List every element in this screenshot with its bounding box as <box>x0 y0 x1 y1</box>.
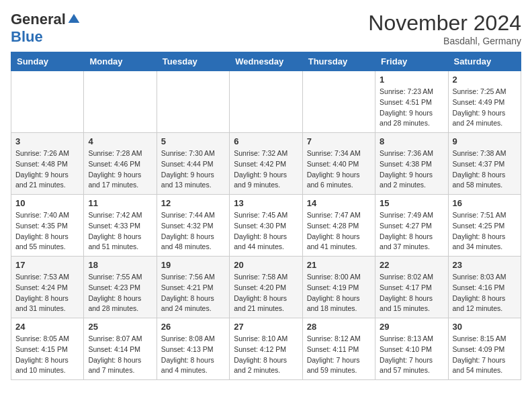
day-info-line: Daylight: 7 hours and 57 minutes. <box>380 355 443 377</box>
day-number: 17 <box>15 260 79 270</box>
day-info-line: Sunset: 4:20 PM <box>234 283 298 293</box>
day-info-line: Sunrise: 7:55 AM <box>88 272 152 283</box>
day-info-line: Daylight: 9 hours and 28 minutes. <box>380 108 443 130</box>
day-cell-4-1: 25Sunrise: 8:07 AMSunset: 4:14 PMDayligh… <box>84 318 157 380</box>
day-info-line: Sunset: 4:24 PM <box>15 283 79 293</box>
day-info-line: Sunrise: 8:07 AM <box>88 334 152 345</box>
day-number: 2 <box>453 75 517 85</box>
col-thursday: Thursday <box>302 52 375 71</box>
day-cell-3-3: 20Sunrise: 7:58 AMSunset: 4:20 PMDayligh… <box>230 257 302 318</box>
day-info-line: Daylight: 8 hours and 48 minutes. <box>161 232 225 253</box>
day-info-line: Daylight: 8 hours and 15 minutes. <box>380 293 443 315</box>
day-info-line: Daylight: 8 hours and 28 minutes. <box>88 293 152 315</box>
day-number: 25 <box>88 322 152 332</box>
day-info-line: Sunrise: 8:02 AM <box>380 272 443 283</box>
day-number: 15 <box>380 198 443 208</box>
week-row-5: 24Sunrise: 8:05 AMSunset: 4:15 PMDayligh… <box>11 318 521 380</box>
day-info-line: Sunset: 4:10 PM <box>380 345 443 355</box>
location: Basdahl, Germany <box>368 36 521 46</box>
day-info-line: Daylight: 8 hours and 2 minutes. <box>234 355 298 377</box>
day-info-line: Sunset: 4:13 PM <box>161 345 225 355</box>
day-number: 22 <box>380 260 443 270</box>
day-info-line: Daylight: 9 hours and 21 minutes. <box>15 170 79 191</box>
day-info-line: Daylight: 9 hours and 24 minutes. <box>453 108 517 130</box>
week-row-1: 1Sunrise: 7:23 AMSunset: 4:51 PMDaylight… <box>11 71 521 133</box>
day-cell-0-0 <box>11 71 84 133</box>
day-info-line: Sunset: 4:38 PM <box>380 159 443 170</box>
day-info-line: Sunset: 4:51 PM <box>380 97 443 108</box>
day-info-line: Sunrise: 8:10 AM <box>234 334 298 345</box>
day-number: 28 <box>307 322 371 332</box>
day-cell-3-1: 18Sunrise: 7:55 AMSunset: 4:23 PMDayligh… <box>84 257 157 318</box>
day-cell-0-2 <box>157 71 229 133</box>
day-cell-1-4: 7Sunrise: 7:34 AMSunset: 4:40 PMDaylight… <box>302 133 375 195</box>
day-cell-0-5: 1Sunrise: 7:23 AMSunset: 4:51 PMDaylight… <box>375 71 448 133</box>
day-info-line: Sunrise: 8:08 AM <box>161 334 225 345</box>
day-cell-4-5: 29Sunrise: 8:13 AMSunset: 4:10 PMDayligh… <box>375 318 448 380</box>
day-cell-1-1: 4Sunrise: 7:28 AMSunset: 4:46 PMDaylight… <box>84 133 157 195</box>
day-info-line: Sunrise: 7:36 AM <box>380 148 443 159</box>
col-tuesday: Tuesday <box>157 52 229 71</box>
day-number: 3 <box>15 136 79 146</box>
day-info-line: Sunset: 4:21 PM <box>161 283 225 293</box>
day-info-line: Sunset: 4:48 PM <box>15 159 79 170</box>
day-cell-0-4 <box>302 71 375 133</box>
day-info-line: Sunset: 4:49 PM <box>453 97 517 108</box>
day-info-line: Sunrise: 7:51 AM <box>453 210 517 221</box>
day-info-line: Sunrise: 7:56 AM <box>161 272 225 283</box>
day-cell-2-4: 14Sunrise: 7:47 AMSunset: 4:28 PMDayligh… <box>302 195 375 257</box>
day-info-line: Daylight: 9 hours and 13 minutes. <box>161 170 225 191</box>
day-info-line: Daylight: 9 hours and 9 minutes. <box>234 170 298 191</box>
day-info-line: Daylight: 8 hours and 31 minutes. <box>15 293 79 315</box>
day-info-line: Sunrise: 7:23 AM <box>380 87 443 97</box>
day-cell-2-2: 12Sunrise: 7:44 AMSunset: 4:32 PMDayligh… <box>157 195 229 257</box>
day-info-line: Daylight: 8 hours and 44 minutes. <box>234 232 298 253</box>
day-info-line: Sunrise: 8:05 AM <box>15 334 79 345</box>
svg-marker-0 <box>69 14 80 23</box>
week-row-4: 17Sunrise: 7:53 AMSunset: 4:24 PMDayligh… <box>11 257 521 318</box>
day-info-line: Daylight: 8 hours and 24 minutes. <box>161 293 225 315</box>
day-cell-1-3: 6Sunrise: 7:32 AMSunset: 4:42 PMDaylight… <box>230 133 302 195</box>
day-info-line: Daylight: 8 hours and 7 minutes. <box>88 355 152 377</box>
calendar-header-row: Sunday Monday Tuesday Wednesday Thursday… <box>11 52 521 71</box>
day-cell-0-1 <box>84 71 157 133</box>
day-cell-2-5: 15Sunrise: 7:49 AMSunset: 4:27 PMDayligh… <box>375 195 448 257</box>
day-number: 20 <box>234 260 298 270</box>
day-cell-2-1: 11Sunrise: 7:42 AMSunset: 4:33 PMDayligh… <box>84 195 157 257</box>
day-info-line: Daylight: 7 hours and 59 minutes. <box>307 355 371 377</box>
day-info-line: Sunrise: 7:28 AM <box>88 148 152 159</box>
day-info-line: Daylight: 7 hours and 54 minutes. <box>453 355 517 377</box>
day-info-line: Sunset: 4:40 PM <box>307 159 371 170</box>
day-cell-4-3: 27Sunrise: 8:10 AMSunset: 4:12 PMDayligh… <box>230 318 302 380</box>
calendar-table: Sunday Monday Tuesday Wednesday Thursday… <box>11 52 521 380</box>
day-info-line: Sunset: 4:44 PM <box>161 159 225 170</box>
day-number: 1 <box>380 75 443 85</box>
day-info-line: Sunset: 4:12 PM <box>234 345 298 355</box>
day-number: 16 <box>453 198 517 208</box>
day-number: 12 <box>161 198 225 208</box>
logo-general-text: General <box>11 11 66 28</box>
day-number: 27 <box>234 322 298 332</box>
day-info-line: Sunset: 4:11 PM <box>307 345 371 355</box>
day-number: 18 <box>88 260 152 270</box>
day-info-line: Sunrise: 7:30 AM <box>161 148 225 159</box>
day-number: 8 <box>380 136 443 146</box>
day-info-line: Daylight: 8 hours and 37 minutes. <box>380 232 443 253</box>
day-info-line: Sunset: 4:25 PM <box>453 221 517 232</box>
day-cell-3-4: 21Sunrise: 8:00 AMSunset: 4:19 PMDayligh… <box>302 257 375 318</box>
day-info-line: Sunrise: 8:03 AM <box>453 272 517 283</box>
day-info-line: Sunrise: 7:44 AM <box>161 210 225 221</box>
day-info-line: Daylight: 8 hours and 41 minutes. <box>307 232 371 253</box>
day-number: 21 <box>307 260 371 270</box>
week-row-2: 3Sunrise: 7:26 AMSunset: 4:48 PMDaylight… <box>11 133 521 195</box>
day-info-line: Daylight: 8 hours and 18 minutes. <box>307 293 371 315</box>
day-info-line: Sunset: 4:17 PM <box>380 283 443 293</box>
day-info-line: Sunrise: 8:12 AM <box>307 334 371 345</box>
week-row-3: 10Sunrise: 7:40 AMSunset: 4:35 PMDayligh… <box>11 195 521 257</box>
day-number: 30 <box>453 322 517 332</box>
day-cell-1-6: 9Sunrise: 7:38 AMSunset: 4:37 PMDaylight… <box>448 133 521 195</box>
day-cell-4-0: 24Sunrise: 8:05 AMSunset: 4:15 PMDayligh… <box>11 318 84 380</box>
day-info-line: Daylight: 9 hours and 6 minutes. <box>307 170 371 191</box>
day-info-line: Sunset: 4:16 PM <box>453 283 517 293</box>
day-cell-2-0: 10Sunrise: 7:40 AMSunset: 4:35 PMDayligh… <box>11 195 84 257</box>
